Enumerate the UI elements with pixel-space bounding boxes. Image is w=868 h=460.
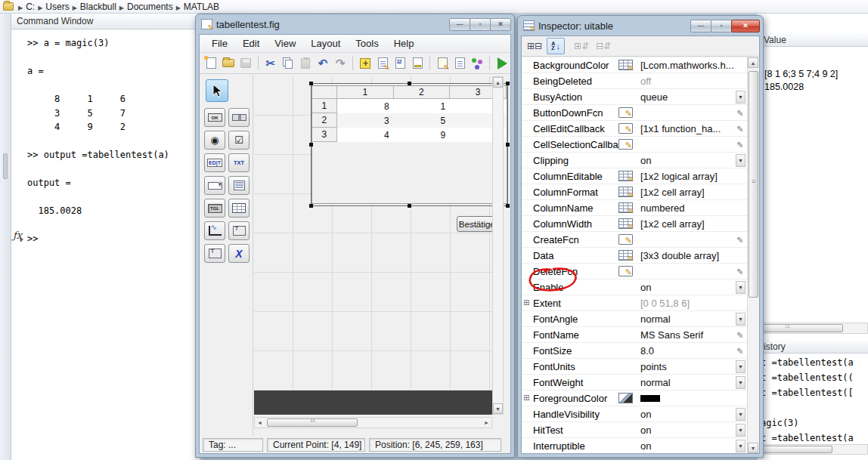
layout-canvas[interactable]: 123181623573492 Bestätigen xyxy=(254,76,492,391)
slider-tool[interactable] xyxy=(228,108,250,127)
matrix-editor-icon[interactable] xyxy=(618,187,633,197)
selection-handle[interactable] xyxy=(309,204,313,208)
minimize-button[interactable]: — xyxy=(690,20,711,32)
undo-icon[interactable]: ↶ xyxy=(315,56,330,71)
property-row-data[interactable]: Data[3x3 double array] xyxy=(522,248,747,264)
property-value[interactable]: on xyxy=(638,440,734,452)
edit-pencil-icon[interactable]: ✎ xyxy=(736,140,746,147)
property-row-columnformat[interactable]: ColumnFormat[1x2 cell array] xyxy=(522,184,747,200)
close-button[interactable]: ✕ xyxy=(490,18,511,31)
breadcrumb-item[interactable]: Users xyxy=(45,2,69,12)
property-row-backgroundcolor[interactable]: BackgroundColor[Lcom.mathworks.h... xyxy=(522,57,747,73)
dropdown-arrow-icon[interactable]: ▼ xyxy=(736,313,746,326)
menu-help[interactable]: Help xyxy=(386,36,422,51)
panel-tool[interactable]: T xyxy=(228,221,250,240)
property-value[interactable]: [1x1 function_ha... xyxy=(638,123,734,134)
property-row-celleditcallback[interactable]: CellEditCallback[1x1 function_ha...✎ xyxy=(522,121,747,137)
dropdown-arrow-icon[interactable]: ▼ xyxy=(736,281,746,294)
selection-handle[interactable] xyxy=(506,82,510,85)
property-row-columnwidth[interactable]: ColumnWidth[1x2 cell array] xyxy=(522,216,747,232)
popup-menu-tool[interactable] xyxy=(204,176,225,195)
property-value[interactable]: MS Sans Serif xyxy=(638,329,734,341)
property-row-deletefcn[interactable]: DeleteFcn✎ xyxy=(522,264,747,279)
scroll-down-icon[interactable]: ▼ xyxy=(748,443,758,453)
expand-icon[interactable]: ⊞ xyxy=(523,394,529,402)
toolbar-editor-icon[interactable] xyxy=(410,56,425,71)
scrollbar-thumb[interactable] xyxy=(763,324,843,332)
dropdown-arrow-icon[interactable]: ▼ xyxy=(736,376,746,389)
dropdown-arrow-icon[interactable]: ▼ xyxy=(736,91,746,103)
property-value[interactable]: on xyxy=(638,409,734,420)
property-value[interactable]: on xyxy=(638,155,734,166)
new-figure-icon[interactable] xyxy=(203,56,219,71)
listbox-tool[interactable] xyxy=(228,176,250,195)
history-hscrollbar[interactable] xyxy=(758,444,868,455)
uitable-cell[interactable]: 5 xyxy=(394,113,451,128)
object-browser-icon[interactable] xyxy=(470,56,485,71)
color-picker-icon[interactable] xyxy=(618,393,633,403)
property-row-beingdeleted[interactable]: BeingDeletedoff xyxy=(522,73,747,89)
dropdown-arrow-icon[interactable]: ▼ xyxy=(736,154,746,167)
selection-handle[interactable] xyxy=(408,204,411,208)
property-value[interactable]: normal xyxy=(638,313,734,325)
selection-handle[interactable] xyxy=(309,143,313,147)
fx-hint-button[interactable]: ƒx▼ xyxy=(13,230,26,241)
maximize-button[interactable]: ▫ xyxy=(470,18,491,31)
menu-tools[interactable]: Tools xyxy=(348,36,386,51)
workspace-value-row[interactable]: 185.0028 xyxy=(764,81,838,94)
uitable-cell[interactable]: 1 xyxy=(394,99,451,113)
expand-icon[interactable]: ⊞ xyxy=(523,299,529,307)
property-row-columnname[interactable]: ColumnNamenumbered xyxy=(522,200,747,216)
property-row-clipping[interactable]: Clippingon▼ xyxy=(522,153,747,168)
dropdown-arrow-icon[interactable]: ▼ xyxy=(736,440,746,452)
property-row-fontsize[interactable]: FontSize8.0✎ xyxy=(522,343,747,359)
property-inspector-icon[interactable] xyxy=(452,56,467,71)
edit-pencil-icon[interactable]: ✎ xyxy=(736,236,746,242)
activex-tool[interactable]: X xyxy=(228,244,250,263)
edit-pencil-icon[interactable]: ✎ xyxy=(736,125,746,131)
selection-handle[interactable] xyxy=(506,204,510,208)
property-value[interactable]: on xyxy=(638,424,734,436)
property-row-fontangle[interactable]: FontAnglenormal▼ xyxy=(522,311,747,327)
property-row-busyaction[interactable]: BusyActionqueue▼ xyxy=(522,89,747,105)
breadcrumb-item[interactable]: Documents xyxy=(127,2,173,12)
property-value[interactable]: [Lcom.mathworks.h... xyxy=(638,60,734,71)
matrix-editor-icon[interactable] xyxy=(618,218,633,229)
property-row-extent[interactable]: ⊞Extent[0 0 51,8 6] xyxy=(522,295,747,311)
align-objects-icon[interactable] xyxy=(358,56,373,71)
redo-icon[interactable]: ↷ xyxy=(333,56,348,71)
expand-all-button[interactable]: ⊞⇵ xyxy=(572,38,591,54)
checkbox-tool[interactable]: ☑ xyxy=(228,131,250,150)
property-value[interactable]: [1x2 cell array] xyxy=(638,187,734,198)
canvas-hscrollbar[interactable]: ◄ ► xyxy=(254,417,492,428)
menu-edit[interactable]: Edit xyxy=(235,36,267,51)
menu-layout[interactable]: Layout xyxy=(303,36,348,51)
property-row-createfcn[interactable]: CreateFcn✎ xyxy=(522,232,747,248)
run-icon[interactable] xyxy=(494,56,510,71)
collapsed-panel-strip[interactable] xyxy=(0,14,11,460)
edit-text-tool[interactable]: ED|T xyxy=(204,153,225,172)
workspace-hscrollbar[interactable] xyxy=(758,323,868,334)
uitable-object[interactable]: 123181623573492 xyxy=(312,84,507,205)
canvas-vscrollbar[interactable]: ▲ ▼ xyxy=(492,76,504,415)
uitable-cell[interactable]: 4 xyxy=(337,128,394,142)
matrix-editor-icon[interactable] xyxy=(618,60,633,70)
uitable-cell[interactable]: 3 xyxy=(337,113,394,128)
function-editor-icon[interactable] xyxy=(618,107,633,118)
axes-tool[interactable] xyxy=(204,221,225,240)
scroll-up-icon[interactable]: ▲ xyxy=(748,57,758,68)
open-icon[interactable] xyxy=(221,56,236,71)
select-tool[interactable] xyxy=(206,79,228,102)
command-window-header[interactable]: Command Window xyxy=(11,14,200,29)
property-row-interruptible[interactable]: Interruptibleon▼ xyxy=(522,438,747,453)
toggle-button-tool[interactable]: TGL xyxy=(204,199,225,218)
breadcrumb-item[interactable]: C: xyxy=(26,2,35,12)
scrollbar-thumb[interactable] xyxy=(760,446,832,453)
dropdown-arrow-icon[interactable]: ▼ xyxy=(736,408,746,421)
minimize-button[interactable]: — xyxy=(449,18,470,31)
selection-handle[interactable] xyxy=(506,143,510,147)
scroll-right-icon[interactable]: ► xyxy=(482,418,491,427)
property-value[interactable]: on xyxy=(638,282,734,293)
breadcrumb-item[interactable]: Blackbull xyxy=(80,2,116,12)
property-value[interactable]: numbered xyxy=(638,202,734,214)
